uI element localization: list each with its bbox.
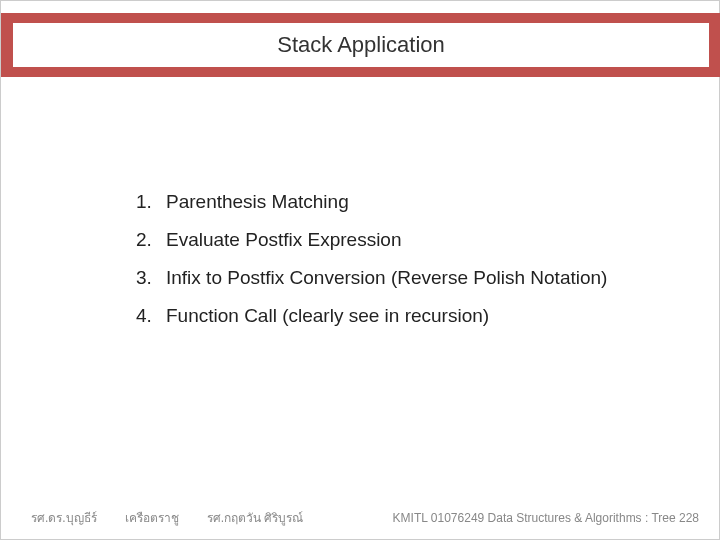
- item-text: Function Call (clearly see in recursion): [166, 305, 489, 327]
- item-text: Parenthesis Matching: [166, 191, 349, 213]
- list-item: 4. Function Call (clearly see in recursi…: [136, 305, 676, 327]
- slide-title: Stack Application: [13, 23, 709, 67]
- footer-author-1: รศ.ดร.บุญธีร์: [31, 508, 97, 527]
- footer-course-info: KMITL 01076249 Data Structures & Algorit…: [393, 511, 699, 525]
- title-bar: Stack Application: [1, 13, 720, 77]
- item-number: 1.: [136, 191, 166, 213]
- content-list: 1. Parenthesis Matching 2. Evaluate Post…: [136, 191, 676, 343]
- item-number: 2.: [136, 229, 166, 251]
- list-item: 2. Evaluate Postfix Expression: [136, 229, 676, 251]
- footer-author-2: เครือตราชู: [125, 508, 179, 527]
- footer: รศ.ดร.บุญธีร์ เครือตราชู รศ.กฤตวัน ศิริบ…: [31, 508, 699, 527]
- slide: Stack Application 1. Parenthesis Matchin…: [0, 0, 720, 540]
- item-number: 4.: [136, 305, 166, 327]
- list-item: 1. Parenthesis Matching: [136, 191, 676, 213]
- item-text: Evaluate Postfix Expression: [166, 229, 402, 251]
- list-item: 3. Infix to Postfix Conversion (Reverse …: [136, 267, 676, 289]
- footer-author-3: รศ.กฤตวัน ศิริบูรณ์: [207, 508, 304, 527]
- item-number: 3.: [136, 267, 166, 289]
- item-text: Infix to Postfix Conversion (Reverse Pol…: [166, 267, 607, 289]
